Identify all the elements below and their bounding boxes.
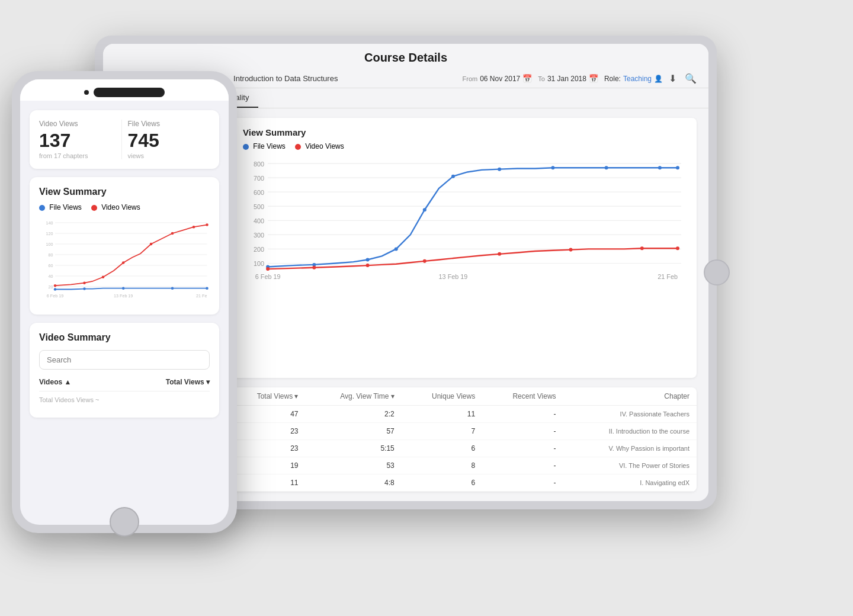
svg-point-37 — [150, 243, 153, 246]
chart-point — [551, 166, 554, 169]
chart-svg: 800 700 600 500 400 300 200 100 — [243, 156, 685, 285]
toolbar: ⬇ 🔍 — [669, 73, 697, 84]
col-avg-view-time[interactable]: Avg. View Time ▾ — [306, 387, 402, 406]
chart-point — [451, 175, 455, 178]
phone-file-views-sub: views — [128, 152, 204, 159]
svg-point-34 — [83, 282, 86, 285]
cell-avg: 53 — [306, 457, 402, 474]
chart-point — [498, 252, 501, 256]
col-chapter: Chapter — [563, 387, 697, 406]
calendar-icon-to[interactable]: 📅 — [589, 74, 598, 83]
total-videos-label: Total Videos Views ~ — [39, 396, 99, 403]
tablet-home-button[interactable] — [704, 259, 730, 285]
sort-icon: ▲ — [64, 378, 71, 386]
phone-video-line — [55, 225, 207, 286]
phone-notch-area — [20, 79, 229, 101]
phone-chart-svg: 140 120 100 80 60 40 20 — [39, 217, 210, 303]
legend-file-views: File Views — [243, 142, 286, 150]
search-icon[interactable]: 🔍 — [685, 73, 697, 84]
col-total-views[interactable]: Total Views ▾ — [227, 387, 306, 406]
cell-total: 23 — [227, 423, 306, 440]
video-views-dot — [295, 144, 301, 150]
to-date: 31 Jan 2018 — [547, 75, 586, 83]
svg-text:6 Feb 19: 6 Feb 19 — [47, 293, 63, 299]
phone-chart-title: View Summary — [39, 187, 210, 197]
svg-point-42 — [83, 288, 86, 291]
svg-text:13 Feb 19: 13 Feb 19 — [439, 273, 468, 280]
calendar-icon-from[interactable]: 📅 — [522, 74, 532, 83]
chart-point — [676, 246, 679, 250]
file-views-legend-label: File Views — [253, 142, 285, 150]
svg-point-36 — [122, 261, 125, 264]
chart-point — [640, 246, 644, 250]
from-label: From — [463, 75, 478, 82]
cell-chapter: I. Navigating edX — [563, 474, 697, 492]
svg-text:20: 20 — [48, 284, 53, 290]
total-label: Total Views — [166, 378, 204, 386]
phone-content: Video Views 137 from 17 chapters File Vi… — [20, 101, 229, 525]
svg-text:80: 80 — [48, 252, 53, 258]
svg-text:800: 800 — [254, 161, 264, 168]
person-icon: 👤 — [654, 75, 663, 83]
svg-text:700: 700 — [254, 175, 264, 182]
phone-video-views: Video Views 137 from 17 chapters — [39, 120, 122, 159]
phone-file-dot — [39, 205, 45, 211]
chart-point — [312, 266, 316, 270]
cell-avg: 2:2 — [306, 406, 402, 423]
svg-point-40 — [206, 224, 209, 227]
chart-point — [395, 247, 398, 251]
cell-recent: - — [482, 457, 563, 474]
svg-text:6 Feb 19: 6 Feb 19 — [255, 273, 281, 280]
phone-video-views-sub: from 17 chapters — [39, 152, 116, 159]
svg-text:60: 60 — [48, 263, 53, 268]
cell-total: 47 — [227, 406, 306, 423]
cell-chapter: IV. Passionate Teachers — [563, 406, 697, 423]
from-date: 06 Nov 2017 — [480, 75, 520, 83]
phone-camera — [84, 90, 89, 95]
svg-point-43 — [122, 287, 125, 290]
cell-avg: 4:8 — [306, 474, 402, 492]
cell-chapter: VI. The Power of Stories — [563, 457, 697, 474]
cell-unique: 7 — [402, 423, 482, 440]
cell-avg: 5:15 — [306, 440, 402, 457]
svg-text:140: 140 — [46, 220, 53, 226]
svg-text:13 Feb 19: 13 Feb 19 — [114, 293, 133, 299]
phone-home-button[interactable] — [110, 507, 139, 537]
chart-area: 800 700 600 500 400 300 200 100 — [243, 156, 685, 287]
chart-point — [658, 166, 662, 169]
cell-avg: 57 — [306, 423, 402, 440]
col-unique-views: Unique Views — [402, 387, 482, 406]
phone-total-views-row: Total Videos Views ~ — [39, 392, 210, 408]
phone-video-views-label: Video Views — [39, 120, 116, 128]
svg-point-39 — [193, 226, 195, 229]
phone-file-views-label: File Views — [128, 120, 204, 128]
col-videos-header[interactable]: Videos ▲ — [39, 378, 71, 386]
phone-chart-legend: File Views Video Views — [39, 203, 210, 211]
video-views-line — [268, 248, 678, 269]
cell-recent: - — [482, 474, 563, 492]
phone-file-line — [55, 288, 207, 290]
phone-stats-card: Video Views 137 from 17 chapters File Vi… — [30, 110, 219, 169]
chart-point — [266, 267, 270, 271]
svg-text:600: 600 — [254, 189, 264, 196]
role-group: Role: Teaching 👤 — [604, 75, 663, 83]
cell-total: 19 — [227, 457, 306, 474]
cell-unique: 11 — [402, 406, 482, 423]
col-total-header[interactable]: Total Views ▾ — [166, 378, 210, 386]
phone-video-dot — [91, 205, 97, 211]
svg-text:100: 100 — [46, 242, 53, 247]
file-views-dot — [243, 144, 249, 150]
chart-point — [605, 166, 608, 169]
phone-video-label: Video Views — [101, 203, 140, 211]
chart-point — [676, 166, 679, 169]
svg-text:100: 100 — [254, 260, 264, 267]
chart-point — [366, 264, 370, 267]
download-icon[interactable]: ⬇ — [669, 73, 676, 84]
svg-text:21 Feb: 21 Feb — [658, 273, 678, 280]
chart-point — [569, 248, 572, 252]
cell-total: 23 — [227, 440, 306, 457]
search-input[interactable] — [39, 350, 210, 370]
cell-unique: 6 — [402, 474, 482, 492]
role-value[interactable]: Teaching — [623, 75, 652, 83]
phone-speaker — [94, 88, 165, 97]
